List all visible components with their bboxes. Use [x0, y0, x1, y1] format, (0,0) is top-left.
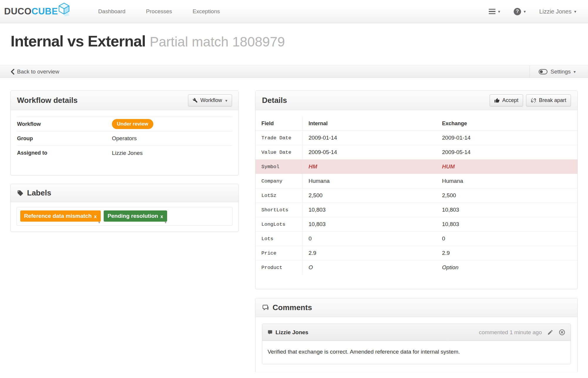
status-badge: Under review [112, 119, 153, 129]
comment-card: Lizzie Jones commented 1 minute ago Veri… [262, 324, 571, 364]
logo-text-secondary: CUBE [31, 6, 58, 17]
settings-dropdown[interactable]: Settings ▾ [530, 66, 588, 78]
details-cell-field: Product [256, 260, 303, 275]
comments-panel-header: Comments [256, 298, 577, 317]
comments-panel-title-text: Comments [273, 303, 312, 312]
labels-container: Reference data mismatchx▾Pending resolut… [16, 207, 233, 226]
brand-logo[interactable]: DUCOCUBE [4, 6, 71, 17]
top-navbar: DUCOCUBE DashboardProcessesExceptions ▾ … [0, 0, 588, 23]
details-row: CompanyHumanaHumana [256, 174, 577, 188]
remove-circle-icon [559, 329, 565, 336]
logo-text-primary: DUCO [4, 6, 31, 17]
details-table: FieldInternalExchange Trade Date2009-01-… [256, 117, 577, 275]
details-table-body: Trade Date2009-01-142009-01-14Value Date… [256, 131, 577, 275]
details-cell-exchange: 2,500 [436, 188, 577, 203]
nav-link-processes[interactable]: Processes [136, 5, 182, 18]
label-text: Reference data mismatch [24, 213, 92, 219]
details-row: SymbolHMHUM [256, 160, 577, 174]
edit-pencil-icon [547, 329, 553, 335]
tag-icon [17, 190, 23, 196]
sub-toolbar: Back to overview Settings ▾ [0, 65, 588, 78]
workflow-button-label: Workflow [200, 97, 222, 103]
back-to-overview-link[interactable]: Back to overview [11, 68, 59, 75]
cube-logo-icon [57, 2, 71, 17]
workflow-row: WorkflowUnder review [17, 117, 232, 131]
workflow-row: GroupOperators [17, 131, 232, 146]
workflow-panel-header: Workflow details Workflow ▾ [11, 91, 238, 110]
help-icon: ? [514, 8, 521, 15]
details-cell-exchange: 10,803 [436, 217, 577, 232]
details-cell-field: LongLots [256, 217, 303, 232]
comment-body: Verified that exchange is correct. Amend… [262, 341, 571, 364]
details-cell-exchange: 2.9 [436, 246, 577, 260]
chevron-left-icon [11, 69, 15, 75]
broken-link-icon [531, 98, 536, 103]
comments-panel-title: Comments [262, 303, 312, 312]
workflow-row-value: Under review [112, 119, 153, 129]
details-cell-exchange: Option [436, 260, 577, 275]
workflow-button[interactable]: Workflow ▾ [188, 94, 232, 106]
details-cell-field: Symbol [256, 160, 303, 174]
page-title-text: Internal vs External [11, 33, 146, 50]
details-cell-internal: 2,500 [303, 188, 436, 203]
caret-down-icon: ▾ [225, 98, 227, 103]
label-remove-x[interactable]: x [94, 214, 97, 219]
user-name: Lizzie Jones [539, 8, 572, 15]
nav-link-exceptions[interactable]: Exceptions [182, 5, 230, 18]
break-apart-button-label: Break apart [539, 97, 566, 103]
details-cell-field: Trade Date [256, 131, 303, 145]
thumbs-up-icon [494, 98, 500, 103]
label-text: Pending resolution [107, 213, 158, 219]
details-row: ProductOOption [256, 260, 577, 275]
details-cell-internal: 0 [303, 232, 436, 246]
workflow-row-label: Assigned to [17, 150, 112, 156]
settings-toggle-icon [539, 69, 547, 74]
accept-button[interactable]: Accept [490, 94, 523, 106]
delete-comment-button[interactable] [559, 329, 565, 336]
user-menu[interactable]: Lizzie Jones ▾ [539, 8, 576, 15]
details-row: Price2.92.9 [256, 246, 577, 260]
details-column-header: Field [256, 117, 303, 131]
details-cell-field: Value Date [256, 145, 303, 160]
label-remove-x[interactable]: x [160, 214, 163, 219]
back-link-label: Back to overview [17, 68, 59, 75]
details-cell-exchange: 2009-01-14 [436, 131, 577, 145]
wrench-icon [193, 98, 198, 103]
comments-icon [262, 304, 269, 311]
details-panel-header: Details Accept Break apart [256, 91, 577, 110]
page-title: Internal vs ExternalPartial match 180897… [0, 24, 588, 50]
comment-card-header: Lizzie Jones commented 1 minute ago [262, 324, 571, 341]
details-table-head-row: FieldInternalExchange [256, 117, 577, 131]
details-cell-internal: 2.9 [303, 246, 436, 260]
details-cell-exchange: Humana [436, 174, 577, 188]
nav-link-dashboard[interactable]: Dashboard [88, 5, 136, 18]
page-subtitle: Partial match 1808979 [150, 34, 285, 49]
label-pill: Pending resolutionx▾ [104, 210, 167, 222]
details-cell-field: Company [256, 174, 303, 188]
details-row: Value Date2009-05-142009-05-14 [256, 145, 577, 160]
details-panel-title: Details [262, 96, 287, 105]
details-row: Trade Date2009-01-142009-01-14 [256, 131, 577, 145]
details-panel: Details Accept Break apart FieldInternal… [255, 91, 578, 289]
workflow-row-value: Lizzie Jones [112, 150, 143, 156]
details-row: Lots00 [256, 232, 577, 246]
help-dropdown[interactable]: ? ▾ [514, 8, 526, 15]
details-cell-exchange: 0 [436, 232, 577, 246]
edit-comment-button[interactable] [547, 329, 553, 335]
caret-down-icon: ▾ [498, 9, 500, 14]
details-cell-field: Price [256, 246, 303, 260]
label-pill: Reference data mismatchx▾ [20, 210, 101, 222]
menu-dropdown[interactable]: ▾ [489, 9, 500, 14]
details-cell-internal: 2009-01-14 [303, 131, 436, 145]
comment-bubble-icon [268, 330, 273, 335]
details-cell-internal: 10,803 [303, 203, 436, 217]
page-header: Internal vs ExternalPartial match 180897… [0, 24, 588, 65]
details-cell-internal: 2009-05-14 [303, 145, 436, 160]
details-cell-internal: Humana [303, 174, 436, 188]
workflow-details-panel: Workflow details Workflow ▾ WorkflowUnde… [10, 91, 239, 175]
details-cell-exchange: 2009-05-14 [436, 145, 577, 160]
break-apart-button[interactable]: Break apart [526, 94, 571, 106]
workflow-row-label: Group [17, 136, 112, 142]
details-column-header: Internal [303, 117, 436, 131]
labels-panel: Labels Reference data mismatchx▾Pending … [10, 184, 239, 232]
